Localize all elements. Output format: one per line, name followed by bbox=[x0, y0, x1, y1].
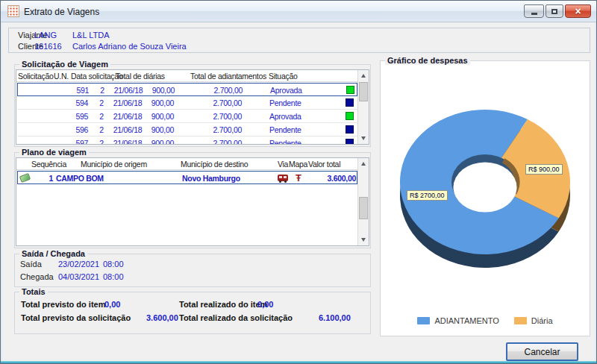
cell-situacao: Pendente bbox=[269, 123, 329, 136]
table-row[interactable]: 594221/06/18900,002.700,00Pendente bbox=[17, 96, 357, 110]
column-header-total-diarias[interactable]: Total de diárias bbox=[116, 72, 165, 81]
minimize-button[interactable] bbox=[524, 4, 544, 18]
close-button[interactable]: × bbox=[565, 4, 591, 18]
cell-total-diarias: 900,00 bbox=[137, 84, 175, 97]
table-row[interactable]: 1CAMPO BOMNovo HamburgoŦ3.600,00 bbox=[17, 171, 357, 184]
cell-total-adiantamentos: 2.700,00 bbox=[193, 136, 242, 145]
plano-vertical-scrollbar[interactable] bbox=[357, 158, 369, 245]
cell-situacao: Aprovada bbox=[270, 84, 330, 97]
scroll-up-button[interactable] bbox=[358, 158, 369, 169]
close-icon: × bbox=[575, 6, 581, 16]
table-row[interactable]: 591221/06/18900,002.700,00Aprovada bbox=[17, 83, 357, 96]
column-header-situacao[interactable]: Situação bbox=[269, 72, 297, 81]
cliente-name: Carlos Adriano de Souza Vieira bbox=[72, 42, 187, 51]
saida-chegada-groupbox: Saída / Chegada Saída 23/02/2021 08:00 C… bbox=[14, 254, 371, 287]
money-icon bbox=[19, 173, 31, 183]
total-previsto-solicitacao-label: Total previsto da solicitação bbox=[21, 313, 131, 322]
total-previsto-solicitacao-value: 3.600,00 bbox=[146, 313, 178, 322]
cliente-code: 161616 bbox=[34, 42, 62, 51]
cancel-button[interactable]: Cancelar bbox=[506, 342, 578, 361]
saida-label: Saída bbox=[20, 260, 42, 269]
plano-grid-header: Sequência Município de origem Município … bbox=[16, 158, 357, 170]
total-previsto-item-value: 0,00 bbox=[104, 300, 120, 309]
chart-value-label-adiantamento: R$ 2700,00 bbox=[407, 190, 448, 201]
cell-solicitacao: 595 bbox=[47, 110, 88, 123]
cell-un: 2 bbox=[96, 84, 108, 97]
column-header-valor-total[interactable]: Valor total bbox=[308, 160, 340, 169]
column-header-mapa[interactable]: Mapa bbox=[289, 160, 307, 169]
plano-grid[interactable]: Sequência Município de origem Município … bbox=[16, 157, 369, 246]
status-color-chip bbox=[346, 98, 354, 107]
column-header-municipio-origem[interactable]: Município de origem bbox=[81, 160, 147, 169]
donut-hole bbox=[454, 163, 517, 213]
totais-groupbox: Totais Total previsto do item 0,00 Total… bbox=[14, 292, 371, 334]
legend-item: Diária bbox=[514, 316, 553, 325]
scrollbar-thumb[interactable] bbox=[359, 82, 368, 101]
cell-un: 2 bbox=[96, 123, 107, 136]
saida-chegada-group-title: Saída / Chegada bbox=[19, 249, 87, 258]
bus-icon bbox=[278, 175, 288, 181]
cell-total-adiantamentos: 2.700,00 bbox=[193, 96, 242, 110]
solicitacao-vertical-scrollbar[interactable] bbox=[357, 70, 369, 144]
signpost-icon: Ŧ bbox=[294, 172, 303, 184]
table-row[interactable]: 597221/06/18900,002.700,00Pendente bbox=[17, 136, 357, 145]
app-icon bbox=[7, 5, 19, 17]
legend-swatch-adiantamento bbox=[417, 317, 430, 324]
cell-total-adiantamentos: 2.700,00 bbox=[193, 110, 242, 123]
scroll-up-button[interactable] bbox=[358, 70, 369, 81]
cell-solicitacao: 597 bbox=[47, 136, 88, 145]
solicitacao-grid[interactable]: Solicitação U.N. Data solicitação Total … bbox=[16, 69, 369, 145]
cell-total-diarias: 900,00 bbox=[137, 110, 174, 123]
column-header-data-solicitacao[interactable]: Data solicitação bbox=[71, 72, 122, 81]
chegada-label: Chegada bbox=[20, 272, 54, 281]
extrato-de-viagens-window: Extrato de Viagens × Viajante LANG L&L L… bbox=[0, 0, 597, 364]
arrow-down-icon bbox=[361, 238, 366, 242]
column-header-solicitacao[interactable]: Solicitação bbox=[18, 72, 53, 81]
cell-solicitacao: 591 bbox=[48, 84, 89, 97]
plano-group-title: Plano de viagem bbox=[19, 148, 89, 157]
scrollbar-thumb[interactable] bbox=[359, 197, 368, 219]
column-header-sequencia[interactable]: Sequência bbox=[31, 160, 66, 169]
maximize-button[interactable] bbox=[546, 4, 563, 18]
scroll-down-button[interactable] bbox=[358, 234, 369, 245]
arrow-up-icon bbox=[361, 162, 366, 166]
cell-un: 2 bbox=[96, 96, 107, 110]
totais-group-title: Totais bbox=[19, 287, 48, 296]
chart-legend: ADIANTAMENTODiária bbox=[381, 316, 590, 325]
table-row[interactable]: 595221/06/18900,002.700,00Aprovada bbox=[17, 110, 357, 123]
status-color-chip bbox=[346, 112, 354, 120]
status-color-chip bbox=[346, 125, 354, 134]
arrow-up-icon bbox=[361, 74, 366, 78]
chegada-date: 04/03/2021 bbox=[58, 272, 99, 281]
cell-un: 2 bbox=[96, 110, 107, 123]
arrow-down-icon bbox=[361, 136, 366, 140]
legend-label: ADIANTAMENTO bbox=[434, 316, 498, 325]
maximize-icon bbox=[551, 9, 557, 14]
cell-un: 2 bbox=[96, 136, 107, 145]
column-header-total-adiantamentos[interactable]: Total de adiantamentos bbox=[190, 72, 266, 81]
saida-time: 08:00 bbox=[103, 260, 124, 269]
cell-total-diarias: 900,00 bbox=[137, 96, 174, 110]
title-bar[interactable]: Extrato de Viagens × bbox=[1, 1, 596, 22]
column-header-via[interactable]: Via bbox=[278, 160, 288, 169]
cell-total-diarias: 900,00 bbox=[137, 136, 174, 145]
cell-municipio-origem: CAMPO BOM bbox=[56, 172, 104, 185]
cell-valor-total: 3.600,00 bbox=[304, 172, 356, 185]
cell-situacao: Aprovada bbox=[269, 110, 329, 123]
table-row[interactable]: 596221/06/18900,002.700,00Pendente bbox=[17, 123, 357, 136]
legend-swatch-diária bbox=[514, 317, 527, 324]
viajante-code: LANG bbox=[34, 31, 57, 40]
cell-situacao: Pendente bbox=[269, 136, 329, 145]
chart-value-label-diaria: R$ 900,00 bbox=[525, 164, 563, 175]
window-bottom-edge bbox=[1, 361, 596, 363]
status-color-chip bbox=[346, 139, 354, 145]
solicitacao-grid-header: Solicitação U.N. Data solicitação Total … bbox=[16, 70, 357, 82]
cell-solicitacao: 596 bbox=[47, 123, 88, 136]
total-previsto-item-label: Total previsto do item bbox=[21, 300, 105, 309]
legend-item: ADIANTAMENTO bbox=[417, 316, 498, 325]
column-header-municipio-destino[interactable]: Município de destino bbox=[181, 160, 248, 169]
total-realizado-item-label: Total realizado do item bbox=[179, 300, 267, 309]
cell-total-adiantamentos: 2.700,00 bbox=[193, 123, 242, 136]
scroll-down-button[interactable] bbox=[358, 133, 369, 144]
column-header-un[interactable]: U.N. bbox=[54, 72, 69, 81]
